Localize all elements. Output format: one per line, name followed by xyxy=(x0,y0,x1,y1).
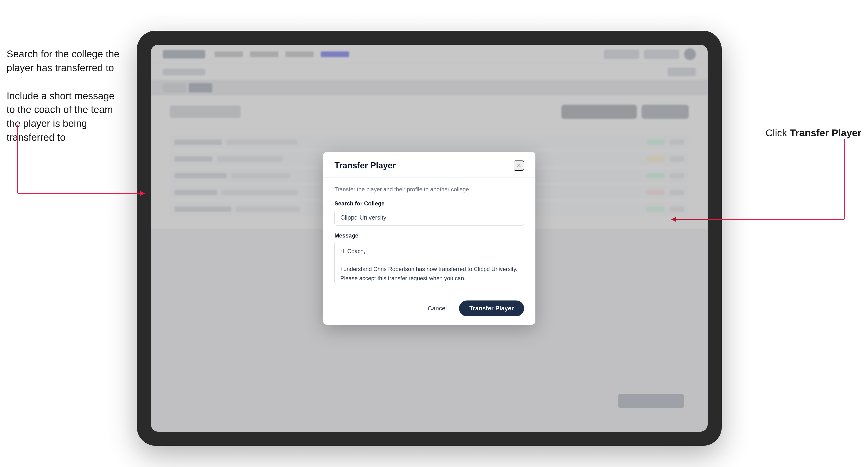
message-textarea[interactable]: Hi Coach, I understand Chris Robertson h… xyxy=(335,242,524,284)
transfer-player-modal: Transfer Player × Transfer the player an… xyxy=(323,152,535,325)
modal-close-button[interactable]: × xyxy=(514,160,524,171)
annotation-left: Search for the college the player has tr… xyxy=(7,47,125,159)
modal-title: Transfer Player xyxy=(335,161,396,170)
modal-overlay: Transfer Player × Transfer the player an… xyxy=(151,45,708,432)
search-label: Search for College xyxy=(335,200,524,207)
cancel-button[interactable]: Cancel xyxy=(421,302,453,315)
modal-header: Transfer Player × xyxy=(323,152,535,178)
modal-subtitle: Transfer the player and their profile to… xyxy=(335,186,524,193)
modal-body: Transfer the player and their profile to… xyxy=(323,178,535,294)
annotation-message: Include a short message to the coach of … xyxy=(7,89,125,145)
message-label: Message xyxy=(335,232,524,239)
tablet-frame: Transfer Player × Transfer the player an… xyxy=(137,31,722,446)
transfer-player-button[interactable]: Transfer Player xyxy=(459,301,524,316)
modal-footer: Cancel Transfer Player xyxy=(323,294,535,325)
annotation-right: Click Transfer Player xyxy=(766,127,861,139)
annotation-search: Search for the college the player has tr… xyxy=(7,47,125,75)
search-college-input[interactable] xyxy=(335,210,524,226)
tablet-screen: Transfer Player × Transfer the player an… xyxy=(151,45,708,432)
